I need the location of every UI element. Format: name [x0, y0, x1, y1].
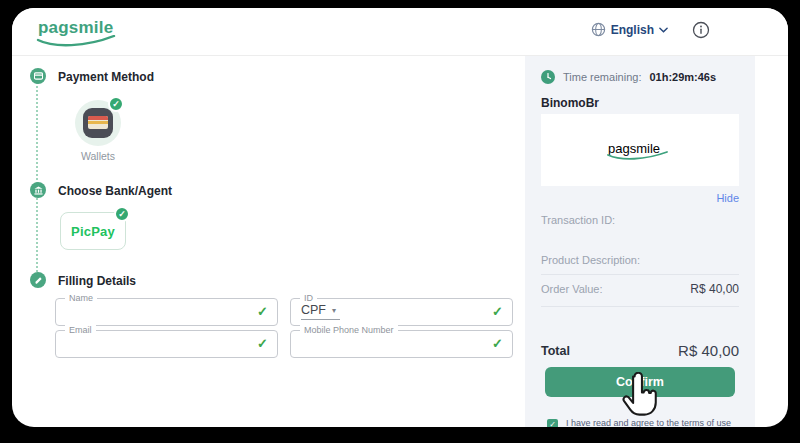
check-icon: ✓ [257, 304, 268, 319]
picpay-logo: PicPay [71, 224, 115, 239]
check-icon: ✓ [492, 336, 503, 351]
logo-swoosh-icon [605, 151, 673, 162]
pagsmile-logo: pagsmile [38, 18, 128, 48]
name-field[interactable]: Name ✓ [55, 298, 278, 326]
merchant-name: BinomoBr [541, 96, 599, 110]
chevron-down-icon [659, 27, 668, 33]
transaction-id-label: Transaction ID: [541, 214, 615, 226]
order-value-row: Order Value: R$ 40,00 [541, 282, 739, 296]
phone-input[interactable] [299, 334, 454, 354]
checkout-window: pagsmile English [12, 8, 788, 427]
info-icon[interactable] [692, 21, 710, 39]
divider [541, 274, 739, 275]
channel-logo-box: pagsmile [541, 114, 739, 186]
order-value-label: Order Value: [541, 283, 603, 295]
hide-link[interactable]: Hide [716, 192, 739, 204]
clock-icon [541, 70, 555, 84]
payment-method-title: Payment Method [58, 70, 154, 84]
time-remaining-value: 01h:29m:46s [649, 71, 716, 83]
wallet-icon [83, 108, 113, 138]
channel-pagsmile-logo: pagsmile [608, 139, 672, 161]
header: pagsmile English [12, 8, 788, 56]
logo-swoosh-icon [34, 35, 122, 49]
id-type-value: CPF [301, 303, 326, 317]
step1-indicator [30, 68, 46, 84]
hand-cursor-icon [618, 372, 660, 422]
order-value: R$ 40,00 [690, 282, 739, 296]
caret-down-icon: ▾ [332, 306, 336, 315]
globe-icon [591, 22, 606, 37]
id-field-label: ID [300, 293, 317, 303]
time-remaining-row: Time remaining: 01h:29m:46s [541, 70, 716, 84]
total-row: Total R$ 40,00 [541, 342, 739, 359]
email-input[interactable] [64, 334, 219, 354]
card-icon [34, 72, 43, 80]
phone-field[interactable]: Mobile Phone Number ✓ [290, 330, 513, 358]
id-type-select[interactable]: CPF ▾ [301, 303, 340, 320]
divider [541, 306, 739, 307]
pencil-icon [34, 276, 43, 285]
checkbox-checked-icon[interactable]: ✓ [547, 419, 558, 427]
check-badge-icon: ✓ [114, 206, 130, 222]
email-field[interactable]: Email ✓ [55, 330, 278, 358]
filling-details-title: Filling Details [58, 274, 136, 288]
name-input[interactable] [64, 302, 219, 322]
total-label: Total [541, 344, 570, 358]
total-value: R$ 40,00 [678, 342, 739, 359]
wallet-card-detail [88, 116, 108, 129]
time-remaining-label: Time remaining: [563, 71, 641, 83]
id-field[interactable]: ID CPF ▾ ✓ [290, 298, 513, 326]
check-icon: ✓ [257, 336, 268, 351]
bank-icon [34, 186, 43, 195]
stepper-connector [36, 78, 38, 280]
language-selector[interactable]: English [591, 22, 668, 37]
step3-indicator [30, 272, 46, 288]
language-label: English [611, 23, 654, 37]
check-icon: ✓ [492, 304, 503, 319]
wallets-label: Wallets [58, 150, 138, 162]
choose-bank-title: Choose Bank/Agent [58, 184, 172, 198]
product-description-label: Product Description: [541, 254, 640, 266]
check-badge-icon: ✓ [108, 96, 124, 112]
step2-indicator [30, 182, 46, 198]
